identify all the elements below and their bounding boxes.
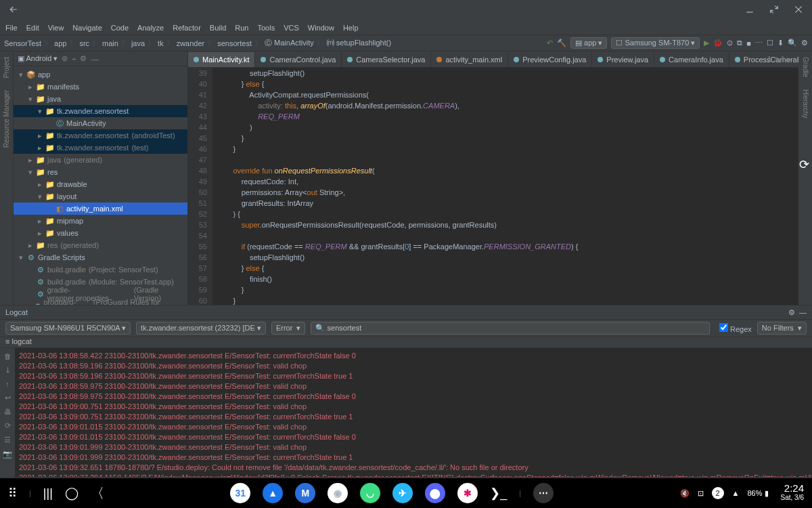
restore-icon[interactable] <box>769 4 780 16</box>
tree-item[interactable]: ⚙build.gradle(Project: SensorTest) <box>14 263 187 276</box>
editor-tab[interactable]: MainActivity.kt <box>188 52 255 67</box>
tree-item[interactable]: ▾📁java <box>14 93 187 105</box>
breadcrumb-item[interactable]: main <box>102 39 118 47</box>
logcat-subtab[interactable]: ≡ logcat <box>0 337 812 348</box>
app-mixer[interactable]: M <box>295 483 315 503</box>
tree-item[interactable]: ▸📁drawable <box>14 178 187 190</box>
logcat-level-select[interactable]: Error ▾ <box>271 322 306 335</box>
tree-item[interactable]: ▸📁tk.zwander.sensortest(test) <box>14 142 187 154</box>
camera-icon[interactable]: 📷 <box>3 450 12 459</box>
menu-code[interactable]: Code <box>111 24 129 32</box>
tree-item[interactable]: ◧activity_main.xml <box>14 203 187 215</box>
app-terminal[interactable]: ❯_ <box>490 486 507 501</box>
menu-view[interactable]: View <box>48 24 64 32</box>
tree-item[interactable]: ▾📁res <box>14 166 187 178</box>
breadcrumb-item[interactable]: zwander <box>177 39 205 47</box>
restart-icon[interactable]: ⟳ <box>5 421 11 430</box>
debug-icon[interactable]: 🐞 <box>713 39 723 47</box>
collapse-icon[interactable]: ÷ <box>72 55 76 63</box>
breadcrumb-item[interactable]: app <box>54 39 66 47</box>
home-icon[interactable]: ◯ <box>65 486 78 501</box>
menu-help[interactable]: Help <box>343 24 359 32</box>
menu-file[interactable]: File <box>5 24 18 32</box>
tree-item[interactable]: ▾📦app <box>14 68 187 81</box>
inspection-hint[interactable]: 1 ⚠ ^ ⌄ <box>767 56 792 63</box>
logcat-header[interactable]: Logcat ⚙ — <box>0 305 812 320</box>
menu-run[interactable]: Run <box>235 24 248 32</box>
editor-tab[interactable]: Preview.java <box>592 52 654 67</box>
editor-tab[interactable]: activity_main.xml <box>431 52 508 67</box>
run-icon[interactable]: ▶ <box>704 39 709 47</box>
menu-refactor[interactable]: Refactor <box>173 24 201 32</box>
menu-edit[interactable]: Edit <box>26 24 39 32</box>
toolwindow-resource-manager[interactable]: Resource Manager <box>3 90 10 148</box>
back-icon[interactable] <box>8 4 19 16</box>
code-area[interactable]: setupFlashlight() } else { ActivityCompa… <box>212 68 798 305</box>
menu-window[interactable]: Window <box>308 24 334 32</box>
tree-item[interactable]: ▸📁res(generated) <box>14 239 187 251</box>
print-icon[interactable]: 🖶 <box>4 408 12 416</box>
tree-item[interactable]: ⒸMainActivity <box>14 117 187 129</box>
app-calendar[interactable]: 31 <box>230 483 250 503</box>
up-icon[interactable]: ↑ <box>5 380 9 388</box>
settings-icon[interactable]: ⚙ <box>801 39 808 47</box>
sync-icon[interactable]: ↶ <box>547 39 553 47</box>
sync-overlay-icon[interactable]: ⟳ <box>799 157 809 172</box>
tree-item[interactable]: ▸📁mipmap <box>14 215 187 227</box>
menu-navigate[interactable]: Navigate <box>72 24 102 32</box>
tree-item[interactable]: ⚙proguard-rules.pro(ProGuard Rules for S… <box>14 300 187 305</box>
app-telegram[interactable]: ✈ <box>392 483 413 503</box>
menu-analyze[interactable]: Analyze <box>137 24 164 32</box>
profile-icon[interactable]: ⊙ <box>727 39 733 47</box>
trash-icon[interactable]: 🗑 <box>4 352 12 360</box>
app-android[interactable]: ◡ <box>360 483 380 503</box>
breadcrumb-item[interactable]: src <box>79 39 89 47</box>
apps-icon[interactable]: ⠿ <box>8 486 17 501</box>
clock[interactable]: 2:24 Sat, 3/6 <box>781 484 804 503</box>
logcat-regex-checkbox[interactable]: Regex <box>719 323 752 333</box>
editor-tab[interactable]: CameraControl.java <box>255 52 342 67</box>
filter-icon[interactable]: ☰ <box>4 436 11 444</box>
device-select[interactable]: ☐ Samsung SM-T870 ▾ <box>611 37 700 49</box>
more-icon[interactable]: ⋯ <box>755 39 763 47</box>
logcat-hide-icon[interactable]: — <box>799 308 807 316</box>
editor-tab[interactable]: PreviewConfig.java <box>508 52 592 67</box>
minimize-icon[interactable] <box>744 4 755 16</box>
toolwindow-project[interactable]: Project <box>3 57 10 78</box>
app-chrome[interactable]: ◉ <box>328 483 348 503</box>
back-nav-icon[interactable]: 〈 <box>91 484 104 503</box>
menu-vcs[interactable]: VCS <box>284 24 299 32</box>
breadcrumb-item[interactable]: Ⓒ MainActivity <box>265 38 314 48</box>
toolwindow-gradle[interactable]: Gradle <box>802 57 809 77</box>
run-config-select[interactable]: ▤ app ▾ <box>570 37 607 49</box>
sdk-icon[interactable]: ⬇ <box>777 39 784 47</box>
app-more[interactable]: ⋯ <box>533 483 554 503</box>
project-tree[interactable]: ▾📦app▸📁manifests▾📁java▾📁tk.zwander.senso… <box>14 66 187 305</box>
attach-icon[interactable]: ⧉ <box>737 39 742 47</box>
avd-icon[interactable]: ☐ <box>767 39 773 47</box>
logcat-filter-select[interactable]: No Filters ▾ <box>757 322 807 335</box>
logcat-output[interactable]: 2021-03-06 13:08:58.422 23100-23100/tk.z… <box>15 348 812 477</box>
app-slack[interactable]: ✱ <box>457 483 478 503</box>
tree-item[interactable]: ▸📁tk.zwander.sensortest(androidTest) <box>14 129 187 142</box>
menu-build[interactable]: Build <box>210 24 226 32</box>
wrap-icon[interactable]: ↩ <box>5 394 11 402</box>
logcat-device-select[interactable]: Samsung SM-N986U1 R5CN90A ▾ <box>5 322 131 335</box>
tree-item[interactable]: ▸📁java(generated) <box>14 154 187 166</box>
editor-tab[interactable]: CameraSelector.java <box>342 52 431 67</box>
tree-item[interactable]: ▾📁tk.zwander.sensortest <box>14 105 187 117</box>
project-view-select[interactable]: ▣ Android ▾ <box>18 54 58 63</box>
hammer-icon[interactable]: 🔨 <box>557 39 566 47</box>
stop-icon[interactable]: ■ <box>746 39 751 47</box>
tree-item[interactable]: ▸📁manifests <box>14 81 187 93</box>
logcat-gear-icon[interactable]: ⚙ <box>788 308 795 316</box>
tree-item[interactable]: ▸📁values <box>14 227 187 239</box>
recents-icon[interactable]: ||| <box>43 486 53 501</box>
gear-icon[interactable]: ⚙ <box>80 54 87 63</box>
breadcrumb-item[interactable]: ⒨ setupFlashlight() <box>327 38 391 48</box>
app-discord[interactable]: ⬤ <box>425 483 445 503</box>
toolwindow-hierarchy[interactable]: Hierarchy <box>802 89 809 119</box>
status-indicators[interactable]: 🔇 ⊡ 2 ▲ 86% ▮ <box>680 487 769 499</box>
breadcrumb-item[interactable]: tk <box>158 39 164 47</box>
scroll-end-icon[interactable]: ⤓ <box>5 366 11 375</box>
